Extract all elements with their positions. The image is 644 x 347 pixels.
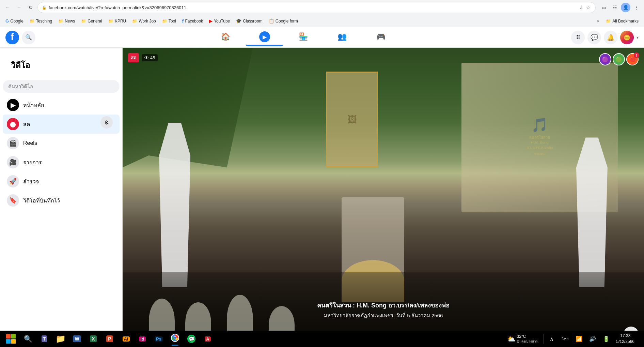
bookmark-facebook[interactable]: f Facebook xyxy=(179,16,206,26)
bookmark-news[interactable]: 📁 News xyxy=(56,16,78,26)
line-icon: 💬 xyxy=(187,335,195,343)
taskbar-weather[interactable]: ⛅ 32°C มีแดดบางส่วน xyxy=(504,334,541,344)
all-bookmarks-button[interactable]: 📁 All Bookmarks xyxy=(603,17,641,25)
lang-label: ไทย xyxy=(562,336,568,342)
taskbar-excel[interactable]: X xyxy=(86,331,101,346)
fb-messenger-button[interactable]: 💬 xyxy=(587,31,601,44)
sidebar-header: วิดีโอ ⚙ xyxy=(3,53,120,77)
illustrator-icon: Ai xyxy=(123,336,130,342)
bookmark-kpru[interactable]: 📁 KPRU xyxy=(106,16,129,26)
taskbar-clock[interactable]: 17:33 5/12/2566 xyxy=(614,331,637,346)
menu-item-label: Reels xyxy=(23,140,37,146)
start-button[interactable] xyxy=(3,331,19,347)
browser-nav-bar: ← → ↻ 🔒 facebook.com/watch/live/?ref=wat… xyxy=(0,0,644,15)
folder-icon: 📁 xyxy=(606,19,611,24)
bookmark-label: News xyxy=(65,19,75,24)
fb-logo[interactable]: f xyxy=(5,31,19,44)
video-subtitle-sub: มหาวิทยาลัยราชภัฏกำแพงเพชร: วันที่ 5 ธัน… xyxy=(149,312,618,320)
forward-button[interactable]: → xyxy=(14,3,24,12)
photoshop-icon: Ps xyxy=(155,336,163,342)
avatar-green: 🟢 xyxy=(613,53,625,65)
viewer-number: 45 xyxy=(150,55,155,60)
menu-item-label: รายการ xyxy=(23,158,42,167)
taskbar-word[interactable]: W xyxy=(69,331,84,346)
fb-nav-gaming[interactable]: 🎮 xyxy=(362,29,400,46)
fb-search-button[interactable]: 🔍 xyxy=(22,31,35,44)
fb-nav-home[interactable]: 🏠 xyxy=(207,29,245,46)
tray-battery[interactable]: 🔋 xyxy=(600,333,612,345)
weather-temp: 32°C xyxy=(517,334,538,339)
taskbar-acrobat[interactable]: A xyxy=(200,331,215,346)
menu-item-label: วิดีโอที่บันทึกไว้ xyxy=(23,196,60,205)
cast-button[interactable]: ▭ xyxy=(599,3,609,12)
volume-icon: 🔊 xyxy=(589,336,596,342)
bookmark-tool[interactable]: 📁 Tool xyxy=(159,16,179,26)
sidebar-menu-reels[interactable]: 🎬 Reels xyxy=(3,134,120,153)
word-icon: W xyxy=(73,335,81,342)
extensions-button[interactable]: ⋮ xyxy=(632,3,641,12)
menu-item-label: สำรวจ xyxy=(23,177,39,186)
fb-nav-video[interactable]: ▶ xyxy=(246,29,283,46)
fb-apps-button[interactable]: ⠿ xyxy=(571,31,585,44)
back-button[interactable]: ← xyxy=(3,3,12,12)
wifi-icon: 📶 xyxy=(576,336,582,342)
sidebar-menu-explore[interactable]: 🚀 สำรวจ xyxy=(3,172,120,191)
musician-silhouette-left xyxy=(159,123,190,287)
taskbar-photoshop[interactable]: Ps xyxy=(151,331,166,346)
folder-icon: 📁 xyxy=(162,19,167,24)
marketplace-icon: 🏪 xyxy=(299,32,308,41)
fb-nav-marketplace[interactable]: 🏪 xyxy=(285,29,322,46)
avatar-purple: 🟣 xyxy=(599,53,611,65)
bookmark-label: Classroom xyxy=(243,19,262,24)
tray-wifi[interactable]: 📶 xyxy=(573,333,585,345)
tray-volume[interactable]: 🔊 xyxy=(586,333,599,345)
bookmark-youtube[interactable]: ▶ YouTube xyxy=(206,16,233,26)
groups-icon: 👥 xyxy=(337,32,347,41)
taskbar-powerpoint[interactable]: P xyxy=(102,331,117,346)
download-button[interactable]: ⇩ xyxy=(579,4,584,11)
fb-notifications-button[interactable]: 🔔 xyxy=(604,31,617,44)
bookmarks-more-button[interactable]: » xyxy=(595,17,601,25)
taskbar-chrome[interactable] xyxy=(168,331,183,346)
sidebar-settings-button[interactable]: ⚙ xyxy=(100,116,113,129)
refresh-button[interactable]: ↻ xyxy=(26,3,35,12)
tray-up-arrow[interactable]: ∧ xyxy=(546,333,558,345)
bookmark-button[interactable]: ☆ xyxy=(585,4,591,11)
fb-nav-groups[interactable]: 👥 xyxy=(324,29,361,46)
video-play-icon: ▶ xyxy=(259,31,270,42)
classroom-icon: 🎓 xyxy=(236,18,241,24)
taskbar: 🔍 T 📁 W X P Ai Id Ps xyxy=(0,331,644,347)
bookmark-classroom[interactable]: 🎓 Classroom xyxy=(233,16,265,26)
fb-user-avatar[interactable]: 😊 xyxy=(620,31,634,44)
sidebar-menu-saved[interactable]: 🔖 วิดีโอที่บันทึกไว้ xyxy=(3,191,120,210)
bookmark-tesching[interactable]: 📁 Tesching xyxy=(27,16,55,26)
facebook-icon: f xyxy=(182,18,184,24)
taskbar-explorer[interactable]: 📁 xyxy=(53,331,68,346)
video-subtitle-main: คนตรีในสวน : H.M. Song อว.บรร/ลง/เพลงของ… xyxy=(149,300,618,310)
tray-lang[interactable]: ไทย xyxy=(559,333,571,345)
taskbar-search-button[interactable]: 🔍 xyxy=(20,331,35,346)
taskbar-teams[interactable]: T xyxy=(37,331,52,346)
taskbar-indesign[interactable]: Id xyxy=(135,331,150,346)
bookmark-label: YouTube xyxy=(214,19,230,24)
folder-icon: 📁 xyxy=(108,19,113,24)
battery-icon: 🔋 xyxy=(603,336,610,342)
viewer-count: 👁 45 xyxy=(142,54,158,61)
tab-search-button[interactable]: ☷ xyxy=(610,3,619,12)
bookmark-general[interactable]: 📁 General xyxy=(78,16,105,26)
bookmark-workjob[interactable]: 📁 Work Job xyxy=(129,16,158,26)
weather-desc: มีแดดบางส่วน xyxy=(517,339,538,344)
profile-icon[interactable]: 👤 xyxy=(621,3,630,12)
bookmark-google[interactable]: G Google xyxy=(3,16,26,26)
taskbar-illustrator[interactable]: Ai xyxy=(119,331,133,346)
sidebar-search-input[interactable] xyxy=(3,80,120,93)
concert-bg: 🎵 คนตรีในสวนH.M. Songอว. บรรเลงเพลงของพ่… xyxy=(123,48,644,347)
bookmark-googleform[interactable]: 📋 Google form xyxy=(266,16,301,26)
show-desktop-button[interactable] xyxy=(639,331,641,346)
taskbar-line[interactable]: 💬 xyxy=(184,331,199,346)
powerpoint-icon: P xyxy=(106,335,113,342)
address-bar[interactable]: 🔒 facebook.com/watch/live/?ref=watch_per… xyxy=(37,2,596,13)
sidebar-menu-shows[interactable]: 🎥 รายการ xyxy=(3,153,120,172)
sidebar-menu-home[interactable]: ▶ หน้าหลัก xyxy=(3,95,120,115)
bookmarks-bar: G Google 📁 Tesching 📁 News 📁 General 📁 K… xyxy=(0,15,644,27)
